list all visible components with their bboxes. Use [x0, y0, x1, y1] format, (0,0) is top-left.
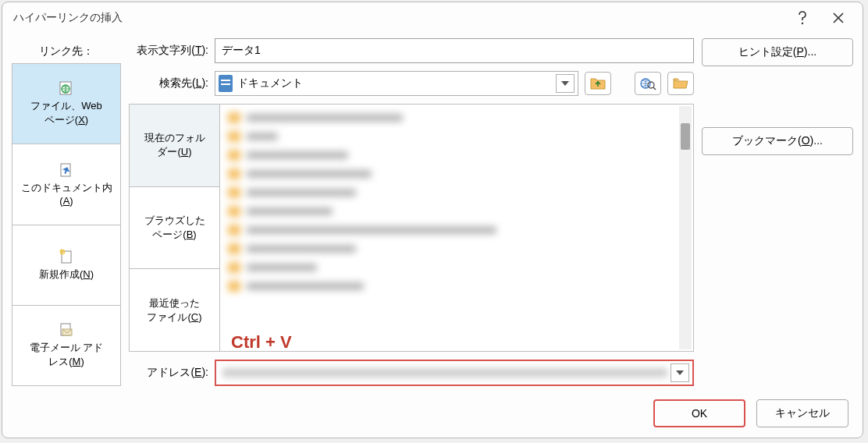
address-label: アドレス(E):	[129, 366, 208, 380]
lookin-value: ドキュメント	[237, 76, 551, 90]
new-document-icon	[59, 249, 74, 264]
ok-button[interactable]: OK	[653, 399, 745, 427]
email-icon	[59, 322, 74, 338]
display-text-row: 表示文字列(T):	[129, 38, 694, 63]
linkto-email[interactable]: 電子メール アド レス(M)	[12, 306, 120, 385]
close-icon	[833, 12, 844, 23]
linkto-label: このドキュメント内 (A)	[21, 181, 112, 207]
bottom-button-row: OK キャンセル	[2, 397, 863, 438]
subcat-browsed-pages[interactable]: ブラウズしたページ(B)	[130, 187, 219, 270]
file-list[interactable]	[220, 105, 693, 351]
address-combo[interactable]	[215, 360, 694, 386]
chevron-down-icon	[676, 370, 684, 375]
help-icon	[797, 11, 808, 25]
insert-hyperlink-dialog: ハイパーリンクの挿入 リンク先：	[2, 2, 863, 438]
titlebar: ハイパーリンクの挿入	[2, 2, 863, 34]
file-list-scrollbar[interactable]	[679, 106, 692, 349]
lookin-dropdown-button[interactable]	[556, 74, 575, 93]
screen-tip-button[interactable]: ヒント設定(P)...	[702, 38, 853, 66]
svg-point-0	[802, 23, 803, 24]
bookmark-button[interactable]: ブックマーク(O)...	[702, 127, 853, 155]
scrollbar-thumb[interactable]	[681, 123, 690, 150]
cancel-button[interactable]: キャンセル	[756, 399, 848, 427]
link-to-column: リンク先： ファイル、Web ページ(X)	[12, 38, 121, 386]
address-dropdown-button[interactable]	[671, 363, 689, 382]
address-value-blurred	[222, 368, 667, 377]
right-button-column: ヒント設定(P)... ブックマーク(O)...	[702, 38, 853, 386]
up-folder-button[interactable]	[585, 72, 611, 95]
help-button[interactable]	[784, 5, 820, 30]
browse-web-button[interactable]	[635, 72, 661, 95]
linkto-label: 電子メール アド レス(M)	[30, 341, 104, 369]
lookin-combo[interactable]: ドキュメント	[215, 71, 578, 96]
svg-point-9	[648, 82, 654, 88]
linkto-label: 新規作成(N)	[39, 268, 94, 282]
subcat-recent-files[interactable]: 最近使ったファイル(C)	[130, 269, 219, 351]
subcategory-list: 現在のフォルダー(U) ブラウズしたページ(B) 最近使ったファイル(C)	[130, 105, 220, 351]
document-place-icon	[59, 162, 74, 178]
open-folder-icon	[673, 77, 688, 90]
dialog-content: リンク先： ファイル、Web ページ(X)	[2, 34, 863, 397]
linkto-this-document[interactable]: このドキュメント内 (A)	[12, 144, 120, 225]
main-column: 表示文字列(T): 検索先(L): ドキュメント	[129, 38, 694, 386]
lookin-label: 検索先(L):	[129, 76, 208, 90]
file-list-blurred	[220, 105, 693, 351]
web-page-icon	[59, 80, 74, 96]
linkto-new-document[interactable]: 新規作成(N)	[12, 225, 120, 306]
link-to-list: ファイル、Web ページ(X) このドキュメント内 (A)	[12, 63, 121, 386]
browse-area: 現在のフォルダー(U) ブラウズしたページ(B) 最近使ったファイル(C)	[129, 104, 694, 352]
linkto-label: ファイル、Web ページ(X)	[30, 99, 102, 127]
linkto-file-web[interactable]: ファイル、Web ページ(X)	[12, 64, 120, 144]
chevron-down-icon	[561, 81, 569, 86]
documents-folder-icon	[219, 75, 233, 92]
lookin-row: 検索先(L): ドキュメント	[129, 71, 694, 96]
address-row: アドレス(E):	[129, 360, 694, 386]
display-text-input[interactable]	[215, 38, 694, 63]
link-to-label: リンク先：	[12, 38, 121, 63]
up-folder-icon	[590, 76, 606, 90]
display-text-label: 表示文字列(T):	[129, 44, 208, 58]
subcat-current-folder[interactable]: 現在のフォルダー(U)	[130, 105, 219, 187]
web-search-icon	[639, 76, 656, 90]
close-button[interactable]	[820, 5, 856, 30]
browse-file-button[interactable]	[667, 72, 694, 95]
dialog-title: ハイパーリンクの挿入	[13, 11, 784, 25]
